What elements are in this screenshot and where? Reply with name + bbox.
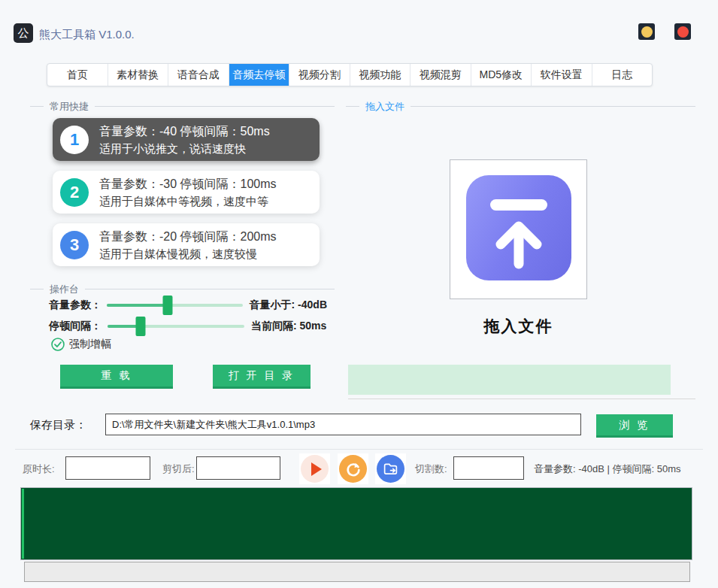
volume-slider-fill	[107, 304, 168, 307]
open-directory-button[interactable]: 打 开 目 录	[213, 365, 311, 386]
pause-slider[interactable]	[108, 317, 244, 336]
preset-1-badge: 1	[60, 126, 89, 154]
play-button[interactable]	[299, 453, 330, 484]
pause-slider-thumb[interactable]	[135, 317, 145, 336]
drop-panel-legend: 拖入文件	[359, 100, 411, 114]
original-duration-label: 原时长:	[23, 462, 55, 476]
console-panel-legend: 操作台	[44, 283, 85, 296]
refresh-button[interactable]	[338, 453, 368, 484]
tab-material[interactable]: 素材替换	[108, 64, 169, 86]
volume-slider-thumb[interactable]	[163, 296, 173, 315]
volume-slider[interactable]	[107, 296, 242, 315]
preset-2-badge: 2	[60, 178, 89, 207]
force-gain-label: 强制增幅	[69, 338, 111, 351]
after-cut-label: 剪切后:	[162, 462, 195, 476]
pause-slider-value: 当前间隔: 50ms	[251, 320, 326, 333]
force-gain-checkbox[interactable]: 强制增幅	[51, 338, 111, 351]
cut-count-input[interactable]	[453, 456, 524, 480]
preset-1-text: 音量参数：-40 停顿间隔：50ms 适用于小说推文，说话速度快	[99, 123, 270, 157]
app-title: 熊大工具箱 V1.0.0.	[39, 28, 135, 42]
upload-arrow-icon	[489, 214, 549, 273]
tab-video-mix[interactable]: 视频混剪	[411, 64, 471, 86]
open-folder-button[interactable]	[375, 453, 406, 484]
quick-panel: 常用快捷	[30, 106, 335, 107]
folder-export-icon	[377, 455, 404, 483]
app-logo-icon: 公	[14, 23, 33, 43]
drop-zone-caption: 拖入文件	[450, 316, 587, 337]
preset-2-text: 音量参数：-30 停顿间隔：100ms 适用于自媒体中等视频，速度中等	[99, 175, 277, 210]
reload-button[interactable]: 重 载	[60, 365, 173, 386]
check-circle-icon	[51, 338, 65, 351]
preset-card-1[interactable]: 1 音量参数：-40 停顿间隔：50ms 适用于小说推文，说话速度快	[53, 118, 320, 161]
section-divider	[15, 449, 703, 450]
save-dir-label: 保存目录：	[30, 418, 86, 432]
waveform-display[interactable]	[20, 487, 692, 560]
drop-panel-divider	[348, 399, 695, 399]
drop-panel: 拖入文件	[346, 106, 695, 107]
volume-slider-value: 音量小于: -40dB	[250, 299, 327, 312]
tab-video-func[interactable]: 视频功能	[350, 64, 411, 86]
original-duration-input[interactable]	[65, 456, 150, 480]
tab-bar: 首页 素材替换 语音合成 音频去停顿 视频分割 视频功能 视频混剪 MD5修改 …	[47, 63, 653, 86]
parameter-status-text: 音量参数: -40dB | 停顿间隔: 50ms	[534, 462, 681, 476]
quick-panel-legend: 常用快捷	[44, 100, 95, 114]
upload-icon	[466, 175, 571, 280]
tab-tts[interactable]: 语音合成	[168, 64, 229, 86]
console-panel: 操作台	[30, 289, 335, 289]
preset-card-2[interactable]: 2 音量参数：-30 停顿间隔：100ms 适用于自媒体中等视频，速度中等	[53, 171, 320, 214]
cut-count-label: 切割数:	[415, 462, 447, 476]
minimize-button[interactable]	[638, 23, 655, 40]
tab-settings[interactable]: 软件设置	[532, 64, 592, 86]
tab-log[interactable]: 日志	[592, 64, 653, 86]
volume-slider-row: 音量参数： 音量小于: -40dB	[49, 296, 327, 315]
tab-md5[interactable]: MD5修改	[471, 64, 532, 86]
preset-3-text: 音量参数：-20 停顿间隔：200ms 适用于自媒体慢视频，速度较慢	[99, 228, 277, 262]
upload-icon-bar	[490, 199, 547, 211]
close-button[interactable]	[674, 23, 691, 40]
volume-slider-label: 音量参数：	[49, 299, 107, 312]
play-icon	[301, 455, 329, 483]
tab-audio-depause[interactable]: 音频去停顿	[229, 64, 290, 86]
tab-video-split[interactable]: 视频分割	[289, 64, 350, 86]
minimize-icon	[641, 26, 653, 38]
drop-zone[interactable]	[450, 159, 587, 299]
save-dir-input[interactable]	[105, 414, 581, 435]
pause-slider-row: 停顿间隔： 当前间隔: 50ms	[49, 317, 327, 336]
pause-slider-label: 停顿间隔：	[49, 320, 108, 333]
browse-button[interactable]: 浏 览	[596, 414, 673, 435]
horizontal-scrollbar[interactable]	[24, 562, 690, 582]
preset-card-3[interactable]: 3 音量参数：-20 停顿间隔：200ms 适用于自媒体慢视频，速度较慢	[53, 223, 320, 266]
app-window: { "window": { "title": "熊大工具箱 V1.0.0." }…	[0, 0, 718, 588]
close-icon	[677, 26, 689, 38]
preset-3-badge: 3	[60, 231, 89, 259]
after-cut-input[interactable]	[196, 456, 280, 480]
playhead-marker	[22, 489, 24, 559]
refresh-icon	[339, 455, 367, 483]
progress-bar	[348, 365, 671, 395]
tab-home[interactable]: 首页	[47, 64, 108, 86]
